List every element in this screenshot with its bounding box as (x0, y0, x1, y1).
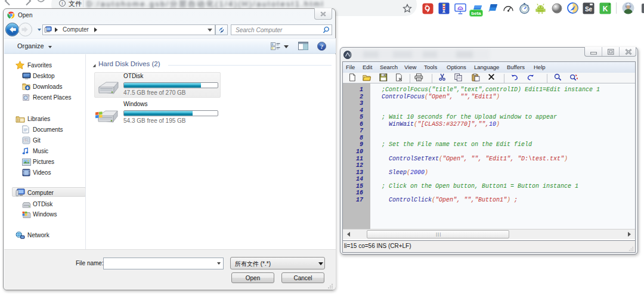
svg-text:beta: beta (471, 11, 481, 16)
svg-text:G1: G1 (24, 139, 28, 142)
svg-text:Se: Se (585, 6, 593, 13)
svg-text:K: K (603, 5, 608, 13)
svg-text:?: ? (320, 44, 323, 50)
